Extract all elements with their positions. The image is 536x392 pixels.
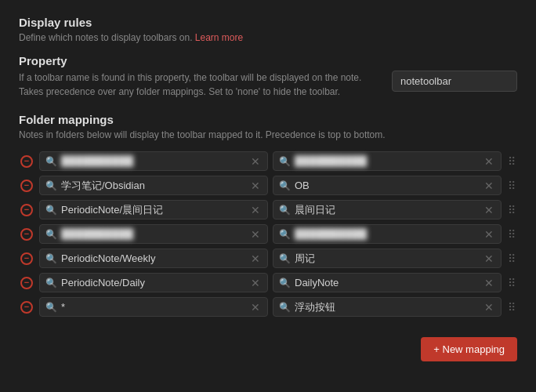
property-section: Property If a toolbar name is found in t… xyxy=(19,54,517,99)
display-rules-section: Display rules Define which notes to disp… xyxy=(19,16,517,43)
toolbar-input[interactable] xyxy=(295,155,483,167)
clear-toolbar-button[interactable]: ✕ xyxy=(483,253,495,264)
toolbar-input[interactable] xyxy=(295,301,483,313)
toolbar-field: 🔍✕ xyxy=(273,151,502,171)
drag-handle-icon[interactable]: ⠿ xyxy=(506,228,517,241)
footer: + New mapping xyxy=(19,331,517,361)
search-icon: 🔍 xyxy=(45,205,57,216)
folder-field: 🔍✕ xyxy=(39,200,268,220)
drag-handle-icon[interactable]: ⠿ xyxy=(506,204,517,216)
property-row: If a toolbar name is found in this prope… xyxy=(19,71,517,99)
clear-toolbar-button[interactable]: ✕ xyxy=(483,229,495,240)
folder-field: 🔍✕ xyxy=(39,273,268,292)
property-heading: Property xyxy=(19,54,517,67)
clear-folder-button[interactable]: ✕ xyxy=(249,302,262,313)
minus-icon: − xyxy=(20,180,33,192)
remove-mapping-button[interactable]: − xyxy=(19,154,34,169)
minus-icon: − xyxy=(20,277,33,289)
remove-mapping-button[interactable]: − xyxy=(19,227,34,242)
search-icon: 🔍 xyxy=(279,205,291,216)
clear-folder-button[interactable]: ✕ xyxy=(249,205,262,216)
search-icon: 🔍 xyxy=(45,253,57,264)
mappings-list: −🔍✕🔍✕⠿−🔍✕🔍✕⠿−🔍✕🔍✕⠿−🔍✕🔍✕⠿−🔍✕🔍✕⠿−🔍✕🔍✕⠿−🔍✕🔍… xyxy=(19,151,517,317)
folder-input[interactable] xyxy=(61,180,249,191)
mapping-row: −🔍✕🔍✕⠿ xyxy=(19,200,517,220)
mapping-row: −🔍✕🔍✕⠿ xyxy=(19,224,517,244)
folder-field: 🔍✕ xyxy=(39,176,268,195)
toolbar-field: 🔍✕ xyxy=(273,176,502,195)
mapping-row: −🔍✕🔍✕⠿ xyxy=(19,297,517,317)
minus-icon: − xyxy=(20,204,33,216)
toolbar-field: 🔍✕ xyxy=(273,200,502,220)
clear-toolbar-button[interactable]: ✕ xyxy=(483,180,495,191)
search-icon: 🔍 xyxy=(279,253,291,264)
mapping-row: −🔍✕🔍✕⠿ xyxy=(19,273,517,292)
drag-handle-icon[interactable]: ⠿ xyxy=(506,301,517,314)
mapping-row: −🔍✕🔍✕⠿ xyxy=(19,249,517,268)
mapping-row: −🔍✕🔍✕⠿ xyxy=(19,151,517,171)
folder-field: 🔍✕ xyxy=(39,297,268,317)
toolbar-input[interactable] xyxy=(295,277,483,289)
clear-folder-button[interactable]: ✕ xyxy=(249,229,262,240)
search-icon: 🔍 xyxy=(45,180,57,191)
folder-mappings-description: Notes in folders below will display the … xyxy=(19,129,517,140)
folder-input[interactable] xyxy=(61,301,249,313)
toolbar-field: 🔍✕ xyxy=(273,273,502,292)
search-icon: 🔍 xyxy=(279,278,291,289)
minus-icon: − xyxy=(20,155,33,168)
drag-handle-icon[interactable]: ⠿ xyxy=(506,252,517,265)
folder-input[interactable] xyxy=(61,277,249,289)
toolbar-input[interactable] xyxy=(295,228,483,240)
clear-toolbar-button[interactable]: ✕ xyxy=(483,278,495,289)
page-description: Define which notes to display toolbars o… xyxy=(19,32,517,43)
drag-handle-icon[interactable]: ⠿ xyxy=(506,180,517,192)
search-icon: 🔍 xyxy=(279,229,291,240)
search-icon: 🔍 xyxy=(279,156,291,167)
toolbar-field: 🔍✕ xyxy=(273,297,502,317)
drag-handle-icon[interactable]: ⠿ xyxy=(506,277,517,289)
drag-handle-icon[interactable]: ⠿ xyxy=(506,155,517,168)
folder-field: 🔍✕ xyxy=(39,249,268,268)
folder-input[interactable] xyxy=(61,155,249,167)
remove-mapping-button[interactable]: − xyxy=(19,178,34,194)
toolbar-input[interactable] xyxy=(295,204,483,216)
search-icon: 🔍 xyxy=(45,156,57,167)
folder-input[interactable] xyxy=(61,228,249,240)
folder-input[interactable] xyxy=(61,252,249,264)
property-description: If a toolbar name is found in this prope… xyxy=(19,71,382,99)
toolbar-field: 🔍✕ xyxy=(273,249,502,268)
remove-mapping-button[interactable]: − xyxy=(19,251,34,267)
minus-icon: − xyxy=(20,252,33,265)
remove-mapping-button[interactable]: − xyxy=(19,202,34,218)
property-input[interactable] xyxy=(392,71,517,92)
remove-mapping-button[interactable]: − xyxy=(19,275,34,291)
toolbar-field: 🔍✕ xyxy=(273,224,502,244)
search-icon: 🔍 xyxy=(45,278,57,289)
search-icon: 🔍 xyxy=(279,302,291,313)
search-icon: 🔍 xyxy=(279,180,291,191)
page-title: Display rules xyxy=(19,16,517,29)
new-mapping-button[interactable]: + New mapping xyxy=(421,337,517,361)
folder-field: 🔍✕ xyxy=(39,224,268,244)
clear-folder-button[interactable]: ✕ xyxy=(249,278,262,289)
minus-icon: − xyxy=(20,228,33,241)
folder-input[interactable] xyxy=(61,204,249,216)
folder-mappings-heading: Folder mappings xyxy=(19,113,517,126)
clear-folder-button[interactable]: ✕ xyxy=(249,156,262,167)
folder-mappings-section: Folder mappings Notes in folders below w… xyxy=(19,113,517,317)
search-icon: 🔍 xyxy=(45,302,57,313)
clear-toolbar-button[interactable]: ✕ xyxy=(483,205,495,216)
learn-more-link[interactable]: Learn more xyxy=(195,32,243,43)
clear-folder-button[interactable]: ✕ xyxy=(249,253,262,264)
toolbar-input[interactable] xyxy=(295,252,483,264)
mapping-row: −🔍✕🔍✕⠿ xyxy=(19,176,517,195)
search-icon: 🔍 xyxy=(45,229,57,240)
clear-folder-button[interactable]: ✕ xyxy=(249,180,262,191)
folder-field: 🔍✕ xyxy=(39,151,268,171)
minus-icon: − xyxy=(20,301,33,314)
clear-toolbar-button[interactable]: ✕ xyxy=(483,302,495,313)
clear-toolbar-button[interactable]: ✕ xyxy=(483,156,495,167)
toolbar-input[interactable] xyxy=(295,180,483,191)
remove-mapping-button[interactable]: − xyxy=(19,299,34,315)
